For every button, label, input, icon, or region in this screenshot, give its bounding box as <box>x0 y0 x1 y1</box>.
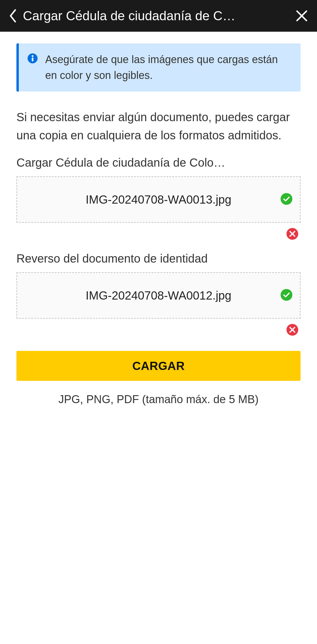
back-button[interactable] <box>9 9 16 23</box>
info-banner: Asegúrate de que las imágenes que cargas… <box>16 43 301 92</box>
svg-point-5 <box>281 289 292 301</box>
close-icon <box>295 9 308 22</box>
front-success-icon <box>281 193 292 206</box>
front-remove-button[interactable] <box>286 228 298 241</box>
chevron-left-icon <box>9 9 16 23</box>
svg-point-3 <box>281 193 292 205</box>
check-circle-icon <box>281 289 292 301</box>
instruction-text: Si necesitas enviar algún documento, pue… <box>16 108 301 144</box>
svg-rect-2 <box>32 58 33 61</box>
remove-circle-icon <box>286 324 298 336</box>
remove-circle-icon <box>286 228 298 240</box>
header-bar: Cargar Cédula de ciudadanía de C… <box>0 0 317 32</box>
back-section-label: Reverso del documento de identidad <box>16 252 301 265</box>
upload-button[interactable]: CARGAR <box>16 351 301 381</box>
back-file-box[interactable]: IMG-20240708-WA0012.jpg <box>16 272 301 319</box>
content-area: Asegúrate de que las imágenes que cargas… <box>0 32 317 406</box>
front-file-name: IMG-20240708-WA0013.jpg <box>17 193 300 206</box>
check-circle-icon <box>281 193 292 205</box>
back-file-name: IMG-20240708-WA0012.jpg <box>17 289 300 302</box>
info-icon <box>28 53 38 63</box>
close-button[interactable] <box>295 9 308 22</box>
info-banner-text: Asegúrate de que las imágenes que cargas… <box>45 52 289 83</box>
back-remove-button[interactable] <box>286 324 298 337</box>
front-remove-row <box>16 223 301 246</box>
page-title: Cargar Cédula de ciudadanía de C… <box>23 9 289 23</box>
back-remove-row <box>16 319 301 342</box>
svg-point-1 <box>32 55 33 57</box>
front-section-label: Cargar Cédula de ciudadanía de Colo… <box>16 156 301 169</box>
front-file-box[interactable]: IMG-20240708-WA0013.jpg <box>16 176 301 223</box>
format-note: JPG, PNG, PDF (tamaño máx. de 5 MB) <box>16 393 301 406</box>
back-success-icon <box>281 289 292 302</box>
